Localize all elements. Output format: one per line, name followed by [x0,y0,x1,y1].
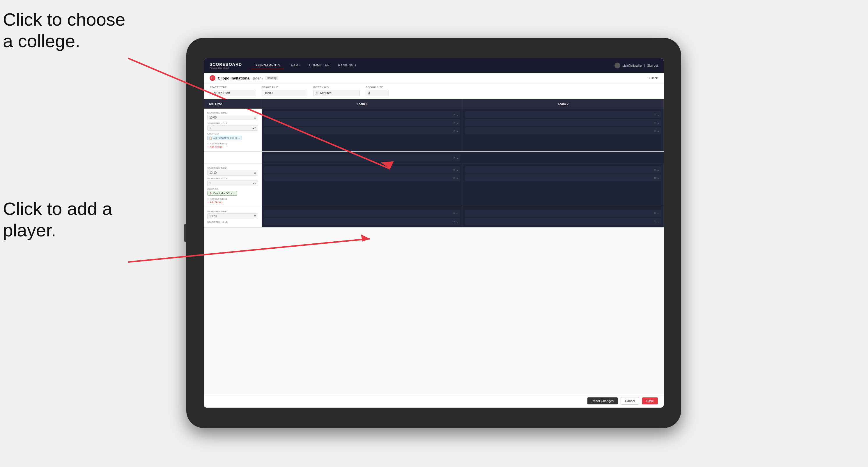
expand-icon[interactable]: ⌄ [657,129,659,132]
tablet-screen: SCOREBOARD Powered by clippd TOURNAMENTS… [204,58,664,408]
add-group-2[interactable]: +Add Group [207,201,258,204]
intervals-select[interactable]: 10 Minutes [313,90,360,96]
player-row[interactable]: × ⌄ [465,111,661,118]
nav-logo: SCOREBOARD Powered by clippd [210,62,242,69]
player-row[interactable]: × ⌄ [264,119,460,126]
player-row[interactable]: × ⌄ [264,127,460,134]
group-3-controls: STARTING TIME: 10:20⊙ STARTING HOLE: [204,207,262,227]
course-label-1: COURSE: [207,132,258,135]
remove-player-icon[interactable]: × [453,220,455,223]
starting-time-input-2[interactable]: 10:10⊙ [207,170,258,176]
starting-hole-label-2: STARTING HOLE: [207,177,258,180]
expand-icon[interactable]: ⌄ [456,177,459,180]
starting-hole-label-3: STARTING HOLE: [207,221,258,223]
group-size-select[interactable]: 3 [366,90,389,96]
team1-cell-3: × ⌄ × ⌄ [262,207,463,227]
save-button[interactable]: Save [642,397,658,404]
cancel-button[interactable]: Cancel [621,397,639,405]
group-row-1: STARTING TIME: 10:00⊙ STARTING HOLE: 1▲▼… [204,108,664,152]
player-row[interactable]: × ⌄ [264,218,460,225]
remove-group-2[interactable]: ○Remove Group [207,197,258,200]
group-1-controls: STARTING TIME: 10:00⊙ STARTING HOLE: 1▲▼… [204,108,262,151]
start-type-select[interactable]: 1st Tee Start [210,90,256,96]
remove-player-icon[interactable]: × [654,220,656,223]
expand-icon[interactable]: ⌄ [456,121,459,124]
expand-icon[interactable]: ⌄ [657,121,659,124]
player-row[interactable]: × ⌄ [465,218,661,225]
starting-time-input-3[interactable]: 10:20⊙ [207,213,258,219]
sub-header: C Clippd Invitational (Men) Hosting ‹ Ba… [204,73,664,84]
expand-icon[interactable]: ⌄ [456,113,459,116]
app-title: SCOREBOARD [210,62,242,67]
remove-player-icon[interactable]: × [453,121,455,124]
remove-player-icon[interactable]: × [453,168,455,172]
back-button[interactable]: ‹ Back [649,76,658,80]
team2-cell-1: × ⌄ × ⌄ × ⌄ [463,108,664,151]
player-row[interactable]: × ⌄ [264,175,460,181]
starting-hole-input-2[interactable]: 1▲▼ [207,181,258,186]
player-row[interactable]: × ⌄ [465,166,661,173]
remove-player-icon[interactable]: × [654,121,656,124]
remove-player-icon[interactable]: × [654,177,656,180]
nav-item-rankings[interactable]: RANKINGS [335,62,359,69]
nav-item-committee[interactable]: COMMITTEE [306,62,333,69]
tablet-side-button [184,224,186,242]
col-team1: Team 1 [262,99,463,108]
team2-cell-3: × ⌄ × ⌄ [463,207,664,227]
hosting-badge: Hosting [265,76,279,80]
start-time-input[interactable] [262,90,307,96]
starting-hole-input-1[interactable]: 1▲▼ [207,125,258,131]
expand-icon[interactable]: ⌄ [657,168,659,172]
team1-cell-2: × ⌄ × ⌄ [262,164,463,207]
expand-icon[interactable]: ⌄ [657,177,659,180]
group-size-label: Group Size [366,86,389,89]
start-type-label: Start Type [210,86,256,89]
start-time-label: Start Time [262,86,307,89]
expand-icon[interactable]: ⌄ [657,220,659,223]
course-badge-2[interactable]: 🏌 East Lake GC × ⌄ [207,191,237,196]
expand-icon[interactable]: ⌄ [657,212,659,215]
nav-item-teams[interactable]: TEAMS [285,62,304,69]
group-row-2: STARTING TIME: 10:10⊙ STARTING HOLE: 1▲▼… [204,164,664,207]
tournament-gender: (Men) [253,76,263,80]
expand-icon[interactable]: ⌄ [456,168,459,172]
table-header: Tee Time Team 1 Team 2 [204,99,664,108]
starting-time-input-1[interactable]: 10:00⊙ [207,115,258,120]
intervals-group: Intervals 10 Minutes [313,86,360,96]
player-row[interactable]: × ⌄ [264,154,461,161]
player-row[interactable]: × ⌄ [465,127,661,134]
player-row[interactable]: × ⌄ [465,210,661,217]
sign-out-link[interactable]: Sign out [647,64,658,67]
expand-icon[interactable]: ⌄ [456,220,459,223]
player-row[interactable]: × ⌄ [465,119,661,126]
remove-group-1[interactable]: ○Remove Group [207,142,258,145]
remove-player-icon[interactable]: × [654,113,656,116]
remove-player-icon[interactable]: × [654,129,656,132]
remove-player-icon[interactable]: × [453,113,455,116]
col-tee-time: Tee Time [204,99,262,108]
remove-player-icon[interactable]: × [454,156,455,160]
add-group-1[interactable]: +Add Group [207,146,258,149]
annotation-add-player: Click to add a player. [3,198,114,241]
expand-icon[interactable]: ⌄ [657,113,659,116]
team1-cell-1: × ⌄ × ⌄ × ⌄ [262,108,463,151]
player-row[interactable]: × ⌄ [264,210,460,217]
reset-changes-button[interactable]: Reset Changes [587,397,618,404]
player-row[interactable]: × ⌄ [264,166,460,173]
expand-icon[interactable]: ⌄ [456,129,459,132]
expand-icon[interactable]: ⌄ [456,212,459,215]
footer-bar: Reset Changes Cancel Save [204,394,664,408]
remove-player-icon[interactable]: × [453,212,455,215]
remove-player-icon[interactable]: × [654,212,656,215]
expand-icon[interactable]: ⌄ [457,156,459,160]
course-badge-1[interactable]: 📋 (A) Peachtree GC × ⌄ [207,136,242,140]
nav-item-tournaments[interactable]: TOURNAMENTS [251,62,284,69]
starting-time-label-2: STARTING TIME: [207,167,258,169]
player-row[interactable]: × ⌄ [465,175,661,181]
remove-player-icon[interactable]: × [453,129,455,132]
powered-by: Powered by clippd [210,67,242,69]
remove-player-icon[interactable]: × [453,177,455,180]
player-row[interactable]: × ⌄ [264,111,460,118]
main-content[interactable]: STARTING TIME: 10:00⊙ STARTING HOLE: 1▲▼… [204,108,664,394]
remove-player-icon[interactable]: × [654,168,656,172]
